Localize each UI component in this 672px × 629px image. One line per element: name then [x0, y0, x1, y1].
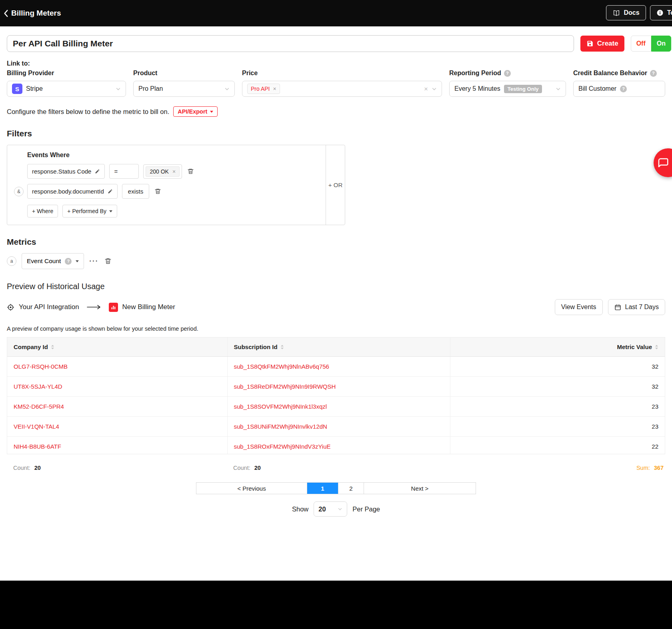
company-id-cell[interactable]: UT8X-5SJA-YL4D	[7, 377, 227, 397]
per-page-select[interactable]: 20	[314, 501, 347, 517]
filter-field-button[interactable]: response.Status Code	[27, 164, 105, 179]
delete-filter-button[interactable]	[186, 167, 195, 176]
delete-metric-button[interactable]	[104, 257, 112, 266]
book-icon	[612, 10, 620, 16]
metric-value-header-label: Metric Value	[617, 343, 652, 350]
more-options-icon[interactable]: ···	[89, 257, 98, 265]
chevron-down-icon	[224, 86, 230, 92]
filter-operator-select[interactable]: exists	[122, 184, 149, 199]
delete-filter-button[interactable]	[154, 187, 162, 196]
previous-page-button[interactable]: < Previous	[196, 483, 307, 494]
table-row: KM52-D6CF-5PR4 sub_1S8SOVFM2Whj9NInk1l3x…	[7, 397, 665, 417]
tour-label: Tour	[667, 9, 672, 16]
metric-sum: Sum: 367	[450, 465, 665, 471]
help-icon[interactable]: ?	[650, 70, 657, 77]
toggle-on-button[interactable]: On	[651, 36, 671, 52]
credit-balance-select[interactable]: Bill Customer ?	[573, 81, 665, 97]
add-performed-by-button[interactable]: + Performed By	[62, 205, 117, 218]
subscription-id-header[interactable]: Subscription Id	[227, 337, 450, 357]
preview-actions: View Events Last 7 Days	[555, 299, 665, 315]
integration-label: Your API Integration	[19, 303, 79, 311]
per-page-label: Per Page	[352, 505, 380, 513]
tour-button[interactable]: Tour	[650, 5, 672, 20]
info-icon	[656, 9, 664, 16]
view-events-button[interactable]: View Events	[555, 299, 603, 315]
topbar-actions: Docs Tour	[606, 5, 672, 20]
meter-name-input[interactable]	[7, 35, 574, 52]
count-value: 20	[254, 465, 261, 471]
sum-label: Sum:	[636, 465, 650, 471]
usage-table-container: Company Id Subscription Id	[7, 337, 665, 454]
filter-group-main: Events Where response.Status Code = 200 …	[7, 145, 326, 225]
date-range-button[interactable]: Last 7 Days	[608, 299, 665, 315]
sort-icon	[280, 344, 284, 350]
metric-value-header[interactable]: Metric Value	[450, 337, 665, 357]
price-tag: Pro API ×	[247, 84, 280, 94]
page-2-button[interactable]: 2	[338, 483, 364, 494]
stripe-logo-icon: S	[12, 84, 22, 94]
company-id-cell[interactable]: KM52-D6CF-5PR4	[7, 397, 227, 417]
table-row: VEII-V1QN-TAL4 sub_1S8UNiFM2Whj9NInvlkv1…	[7, 417, 665, 437]
caret-down-icon	[109, 210, 112, 212]
caret-down-icon	[76, 260, 79, 262]
company-count: Count: 20	[7, 465, 227, 471]
next-page-button[interactable]: Next >	[364, 483, 476, 494]
back-chevron-icon	[3, 10, 8, 17]
clear-selection-icon[interactable]: ×	[424, 86, 428, 92]
docs-button[interactable]: Docs	[606, 5, 646, 20]
subscription-id-cell[interactable]: sub_1S8QtkFM2Whj9NlnABv6q756	[227, 357, 450, 377]
table-summary-row: Count: 20 Count: 20 Sum: 367	[7, 465, 665, 471]
meter-name-row: Create Off On	[7, 35, 671, 52]
toggle-off-button[interactable]: Off	[631, 36, 651, 52]
table-row: UT8X-5SJA-YL4D sub_1S8ReDFM2Whj9NIn9I9RW…	[7, 377, 665, 397]
calendar-icon	[614, 304, 621, 311]
company-id-cell[interactable]: OLG7-RSQH-0CMB	[7, 357, 227, 377]
preview-heading: Preview of Historical Usage	[7, 282, 665, 291]
price-tag-label: Pro API	[251, 86, 270, 92]
company-id-header-label: Company Id	[14, 343, 48, 350]
api-export-button[interactable]: API/Export	[173, 106, 218, 117]
help-icon[interactable]: ?	[620, 86, 627, 92]
tag-close-icon[interactable]: ×	[273, 86, 276, 92]
create-label: Create	[597, 40, 618, 48]
subscription-id-cell[interactable]: sub_1S8ROxFM2Whj9NIndV3zYiuE	[227, 437, 450, 455]
metric-type-select[interactable]: Event Count ?	[22, 253, 84, 269]
billing-meter-icon	[109, 303, 118, 312]
billing-provider-value: Stripe	[26, 85, 43, 92]
metric-value-cell: 23	[450, 417, 665, 437]
price-multiselect[interactable]: Pro API × ×	[242, 81, 442, 97]
subscription-id-cell[interactable]: sub_1S8ReDFM2Whj9NIn9I9RWQSH	[227, 377, 450, 397]
add-or-button[interactable]: + OR	[326, 145, 345, 225]
company-id-cell[interactable]: VEII-V1QN-TAL4	[7, 417, 227, 437]
subscription-id-header-label: Subscription Id	[234, 343, 278, 350]
filter-field-button[interactable]: response.body.documentId	[27, 184, 118, 199]
create-button[interactable]: Create	[580, 36, 624, 52]
metric-value-cell: 23	[450, 397, 665, 417]
subscription-id-cell[interactable]: sub_1S8SOVFM2Whj9NInk1l3xqzl	[227, 397, 450, 417]
and-joiner-badge[interactable]: &	[14, 187, 24, 196]
page-title: Billing Meters	[11, 9, 61, 18]
subscription-id-cell[interactable]: sub_1S8UNiFM2Whj9NInvlkv12dN	[227, 417, 450, 437]
company-id-cell[interactable]: NIH4-B8UB-6ATF	[7, 437, 227, 455]
help-icon[interactable]: ?	[65, 258, 72, 265]
billing-provider-field: Billing Provider S Stripe	[7, 68, 126, 97]
tag-close-icon[interactable]: ×	[172, 169, 176, 174]
filter-add-row: + Where + Performed By	[13, 205, 320, 218]
filter-operator-select[interactable]: =	[109, 164, 139, 179]
reporting-period-select[interactable]: Every 5 Minutes Testing Only	[449, 81, 566, 97]
add-where-button[interactable]: + Where	[27, 205, 58, 218]
link-to-fields: Billing Provider S Stripe Product Pro Pl…	[7, 68, 665, 97]
filter-value-select[interactable]: 200 OK ×	[143, 164, 182, 179]
table-row: NIH4-B8UB-6ATF sub_1S8ROxFM2Whj9NIndV3zY…	[7, 437, 665, 455]
back-nav[interactable]: Billing Meters	[3, 9, 61, 18]
filter-field-label: response.body.documentId	[32, 188, 104, 195]
events-where-label: Events Where	[13, 152, 320, 159]
product-select[interactable]: Pro Plan	[133, 81, 235, 97]
billing-provider-select[interactable]: S Stripe	[7, 81, 126, 97]
credit-balance-field: Credit Balance Behavior ? Bill Customer …	[573, 68, 665, 97]
configure-text: Configure the filters below to define th…	[7, 108, 169, 116]
help-icon[interactable]: ?	[504, 70, 511, 77]
company-id-header[interactable]: Company Id	[7, 337, 227, 357]
date-range-label: Last 7 Days	[625, 304, 659, 311]
page-1-button[interactable]: 1	[307, 483, 338, 494]
